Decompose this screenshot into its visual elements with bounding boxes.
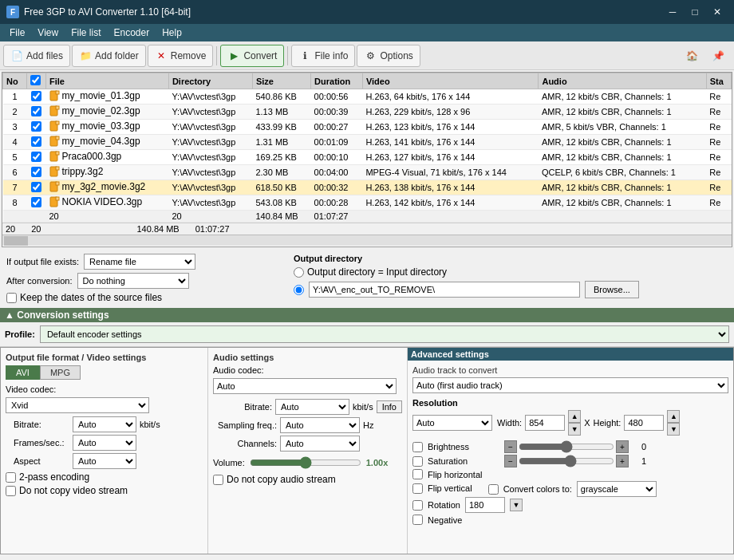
table-row[interactable]: 1 my_movie_01.3gp Y:\AV\vctest\3gp 540.8… <box>3 89 732 105</box>
row-check[interactable] <box>27 150 46 165</box>
convert-button[interactable]: ▶ Convert <box>220 45 284 67</box>
brightness-slider[interactable] <box>519 440 614 453</box>
output-dir-input-radio[interactable] <box>294 267 304 278</box>
row-check[interactable] <box>27 165 46 180</box>
tab-mpg[interactable]: MPG <box>40 365 81 380</box>
home-button[interactable]: 🏠 <box>680 45 704 67</box>
col-directory[interactable]: Directory <box>168 73 252 89</box>
table-row[interactable]: 8 NOKIA VIDEO.3gp Y:\AV\vctest\3gp 543.0… <box>3 195 732 211</box>
table-row[interactable]: 7 my_3g2_movie.3g2 Y:\AV\vctest\3gp 618.… <box>3 180 732 195</box>
row-checkbox[interactable] <box>31 121 41 132</box>
two-pass-checkbox[interactable] <box>6 472 16 483</box>
width-input[interactable] <box>525 415 565 431</box>
volume-slider[interactable] <box>250 456 361 469</box>
col-size[interactable]: Size <box>252 73 310 89</box>
col-audio[interactable]: Audio <box>539 73 706 89</box>
row-check[interactable] <box>27 180 46 195</box>
rotation-input[interactable] <box>465 497 505 513</box>
resolution-select[interactable]: Auto Custom <box>412 415 492 431</box>
tab-avi[interactable]: AVI <box>6 365 40 380</box>
height-down-button[interactable]: ▼ <box>667 423 680 436</box>
table-row[interactable]: 4 my_movie_04.3gp Y:\AV\vctest\3gp 1.31 … <box>3 135 732 150</box>
row-check[interactable] <box>27 89 46 105</box>
brightness-minus-button[interactable]: − <box>504 440 517 453</box>
table-row[interactable]: 2 my_movie_02.3gp Y:\AV\vctest\3gp 1.13 … <box>3 105 732 120</box>
sampling-select[interactable]: Auto 44100 48000 <box>280 417 360 433</box>
row-checkbox[interactable] <box>31 136 41 147</box>
after-conversion-select[interactable]: Do nothing Shutdown Hibernate <box>77 273 189 289</box>
brightness-checkbox[interactable] <box>412 442 423 452</box>
output-dir-custom-radio[interactable] <box>294 285 304 295</box>
no-copy-video-checkbox[interactable] <box>6 486 16 496</box>
add-folder-button[interactable]: 📁 Add folder <box>72 45 146 67</box>
col-duration[interactable]: Duration <box>311 73 363 89</box>
menu-encoder[interactable]: Encoder <box>107 26 156 40</box>
menu-file[interactable]: File <box>3 26 31 40</box>
height-up-button[interactable]: ▲ <box>667 410 680 423</box>
menu-help[interactable]: Help <box>156 26 188 40</box>
menu-file-list[interactable]: File list <box>65 26 107 40</box>
file-info-button[interactable]: ℹ File info <box>291 45 355 67</box>
minimize-button[interactable]: ─ <box>662 4 683 20</box>
row-check[interactable] <box>27 135 46 150</box>
convert-colors-select[interactable]: grayscale sepia <box>577 481 657 497</box>
row-status: Re <box>706 89 731 105</box>
table-row[interactable]: 6 trippy.3g2 Y:\AV\vctest\3gp 2.30 MB 00… <box>3 165 732 180</box>
video-codec-select[interactable]: Xvid DivX H.264 <box>6 397 149 413</box>
table-row[interactable]: 5 Praca000.3gp Y:\AV\vctest\3gp 169.25 K… <box>3 150 732 165</box>
info-button[interactable]: Info <box>377 400 402 413</box>
col-file[interactable]: File <box>46 73 169 89</box>
channels-select[interactable]: Auto 1 2 <box>280 436 360 452</box>
output-dir-input[interactable] <box>309 282 580 298</box>
rotation-dropdown[interactable]: ▼ <box>510 499 523 511</box>
width-down-button[interactable]: ▼ <box>568 423 581 436</box>
flip-v-checkbox[interactable] <box>412 483 423 494</box>
saturation-checkbox[interactable] <box>412 456 423 467</box>
rotation-checkbox[interactable] <box>412 500 423 511</box>
add-files-button[interactable]: 📄 Add files <box>3 45 70 67</box>
row-check[interactable] <box>27 105 46 120</box>
flip-h-checkbox[interactable] <box>412 469 423 479</box>
row-checkbox[interactable] <box>31 167 41 177</box>
menu-view[interactable]: View <box>31 26 65 40</box>
audio-track-select[interactable]: Auto (first audio track) <box>412 377 728 393</box>
saturation-slider[interactable] <box>519 455 614 467</box>
profile-select[interactable]: Default encoder settings <box>40 325 729 343</box>
close-button[interactable]: ✕ <box>707 4 728 20</box>
browse-button[interactable]: Browse... <box>585 281 639 298</box>
width-up-button[interactable]: ▲ <box>568 410 581 423</box>
flip-h-row: Flip horizontal <box>412 469 728 479</box>
row-check[interactable] <box>27 195 46 211</box>
brightness-plus-button[interactable]: + <box>616 440 629 453</box>
options-button[interactable]: ⚙ Options <box>357 45 420 67</box>
video-codec-row: Video codec: <box>6 385 203 394</box>
no-copy-audio-checkbox[interactable] <box>213 475 223 485</box>
row-checkbox[interactable] <box>31 152 41 162</box>
file-exists-select[interactable]: Rename file Overwrite Skip <box>84 254 195 270</box>
keep-dates-checkbox[interactable] <box>6 293 17 303</box>
negative-checkbox[interactable] <box>412 515 423 525</box>
saturation-minus-button[interactable]: − <box>504 455 517 467</box>
row-checkbox[interactable] <box>31 106 41 116</box>
fps-select[interactable]: Auto 25 30 <box>73 435 136 451</box>
row-checkbox[interactable] <box>31 197 41 207</box>
remove-button[interactable]: ✕ Remove <box>148 45 214 67</box>
select-all-checkbox[interactable] <box>30 75 41 85</box>
row-video: H.263, 138 kbit/s, 176 x 144 <box>362 180 539 195</box>
row-checkbox[interactable] <box>31 182 41 192</box>
audio-codec-select[interactable]: Auto MP3 AAC <box>213 378 397 394</box>
no-copy-video-row: Do not copy video stream <box>6 485 203 496</box>
col-video[interactable]: Video <box>362 73 539 89</box>
audio-bitrate-unit: kbit/s <box>353 402 373 412</box>
pin-button[interactable]: 📌 <box>706 45 731 67</box>
audio-bitrate-select[interactable]: Auto 128 192 <box>275 399 349 415</box>
saturation-plus-button[interactable]: + <box>616 455 629 467</box>
table-row[interactable]: 3 my_movie_03.3gp Y:\AV\vctest\3gp 433.9… <box>3 120 732 135</box>
aspect-select[interactable]: Auto 4:3 16:9 <box>73 453 136 469</box>
convert-colors-checkbox[interactable] <box>488 484 499 495</box>
height-input[interactable] <box>624 415 664 431</box>
bitrate-select[interactable]: Auto 128 256 512 <box>73 416 136 432</box>
row-checkbox[interactable] <box>31 91 41 101</box>
maximize-button[interactable]: □ <box>685 4 705 20</box>
row-check[interactable] <box>27 120 46 135</box>
